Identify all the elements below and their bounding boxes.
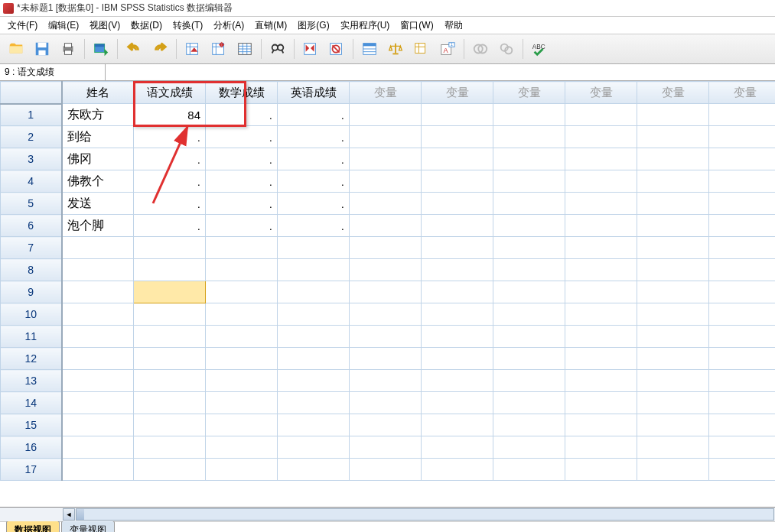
scale-icon[interactable]	[384, 37, 407, 60]
data-cell[interactable]	[278, 237, 350, 259]
corner-cell[interactable]	[1, 82, 62, 104]
data-cell[interactable]	[493, 148, 565, 170]
data-cell[interactable]	[637, 414, 709, 436]
data-cell[interactable]	[637, 436, 709, 459]
data-cell[interactable]	[493, 126, 565, 148]
data-cell[interactable]: 佛教个	[62, 170, 134, 193]
find-button[interactable]	[266, 37, 289, 60]
data-cell[interactable]	[278, 436, 350, 459]
data-cell[interactable]	[206, 459, 278, 481]
data-cell[interactable]	[278, 392, 350, 414]
data-cell[interactable]: .	[206, 104, 278, 126]
data-cell[interactable]	[565, 326, 637, 348]
data-cell[interactable]	[422, 370, 493, 392]
row-header[interactable]: 2	[1, 126, 62, 148]
data-cell[interactable]	[206, 348, 278, 370]
data-cell[interactable]	[493, 259, 565, 281]
column-header-empty[interactable]: 变量	[422, 82, 493, 104]
data-cell[interactable]	[62, 237, 134, 259]
data-cell[interactable]	[350, 281, 422, 303]
column-header-empty[interactable]: 变量	[565, 82, 637, 104]
goto-case-button[interactable]	[181, 37, 204, 60]
data-cell[interactable]	[422, 459, 493, 481]
data-cell[interactable]	[565, 392, 637, 414]
scroll-left-button[interactable]: ◄	[63, 508, 75, 521]
recall-dialog-button[interactable]	[90, 37, 112, 60]
open-button[interactable]	[5, 37, 28, 60]
data-cell[interactable]	[350, 326, 422, 348]
data-cell[interactable]	[709, 215, 776, 237]
data-cell[interactable]	[493, 326, 565, 348]
menu-edit[interactable]: 编辑(E)	[44, 18, 83, 34]
menu-help[interactable]: 帮助	[440, 18, 467, 34]
data-cell[interactable]: .	[206, 148, 278, 170]
data-cell[interactable]	[278, 303, 350, 326]
data-cell[interactable]	[637, 392, 709, 414]
data-cell[interactable]	[565, 348, 637, 370]
row-header[interactable]: 12	[1, 348, 62, 370]
data-cell[interactable]	[134, 414, 206, 436]
data-cell[interactable]	[350, 193, 422, 215]
data-cell[interactable]	[493, 348, 565, 370]
data-cell[interactable]	[709, 326, 776, 348]
column-header[interactable]: 数学成绩	[206, 82, 278, 104]
data-cell[interactable]	[637, 459, 709, 481]
data-cell[interactable]	[565, 148, 637, 170]
data-cell[interactable]	[206, 281, 278, 303]
data-grid[interactable]: 姓名语文成绩数学成绩英语成绩变量变量变量变量变量变量变量 1东欧方84..2到给…	[0, 81, 775, 508]
data-cell[interactable]	[493, 414, 565, 436]
row-header[interactable]: 8	[1, 259, 62, 281]
data-cell[interactable]	[565, 259, 637, 281]
menu-utilities[interactable]: 实用程序(U)	[336, 18, 395, 34]
data-cell[interactable]	[637, 237, 709, 259]
data-cell[interactable]: .	[134, 170, 206, 193]
column-header-empty[interactable]: 变量	[493, 82, 565, 104]
data-cell[interactable]	[709, 303, 776, 326]
data-cell[interactable]	[493, 459, 565, 481]
menu-window[interactable]: 窗口(W)	[396, 18, 438, 34]
data-cell[interactable]	[493, 392, 565, 414]
data-cell[interactable]	[637, 148, 709, 170]
data-cell[interactable]	[350, 414, 422, 436]
data-cell[interactable]	[637, 370, 709, 392]
data-cell[interactable]	[565, 193, 637, 215]
menu-view[interactable]: 视图(V)	[85, 18, 125, 34]
data-cell[interactable]	[637, 126, 709, 148]
data-cell[interactable]	[350, 170, 422, 193]
tab-data-view[interactable]: 数据视图	[6, 521, 60, 532]
data-cell[interactable]: .	[278, 148, 350, 170]
data-cell[interactable]	[637, 215, 709, 237]
data-cell[interactable]	[422, 414, 493, 436]
data-cell[interactable]	[134, 459, 206, 481]
cell-reference-value[interactable]	[106, 64, 775, 80]
row-header[interactable]: 17	[1, 459, 62, 481]
data-cell[interactable]: .	[278, 170, 350, 193]
spellcheck-button[interactable]: ABC	[528, 37, 551, 60]
data-cell[interactable]	[422, 281, 493, 303]
data-cell[interactable]	[350, 148, 422, 170]
data-cell[interactable]	[493, 193, 565, 215]
split-file-button[interactable]	[299, 37, 322, 60]
data-cell[interactable]	[350, 348, 422, 370]
data-cell[interactable]	[278, 414, 350, 436]
row-header[interactable]: 4	[1, 170, 62, 193]
data-cell[interactable]	[134, 281, 206, 303]
column-header[interactable]: 英语成绩	[278, 82, 350, 104]
data-cell[interactable]	[62, 303, 134, 326]
data-cell[interactable]	[709, 459, 776, 481]
data-cell[interactable]	[565, 303, 637, 326]
data-cell[interactable]	[422, 170, 493, 193]
menu-analyze[interactable]: 分析(A)	[209, 18, 249, 34]
data-cell[interactable]	[637, 104, 709, 126]
data-cell[interactable]: .	[278, 193, 350, 215]
weight-cases-button[interactable]	[325, 37, 348, 60]
data-cell[interactable]	[206, 370, 278, 392]
data-cell[interactable]	[709, 281, 776, 303]
data-cell[interactable]	[134, 436, 206, 459]
data-cell[interactable]	[493, 237, 565, 259]
data-cell[interactable]	[422, 392, 493, 414]
data-cell[interactable]	[134, 370, 206, 392]
data-cell[interactable]	[134, 348, 206, 370]
data-cell[interactable]	[709, 414, 776, 436]
data-cell[interactable]	[350, 237, 422, 259]
